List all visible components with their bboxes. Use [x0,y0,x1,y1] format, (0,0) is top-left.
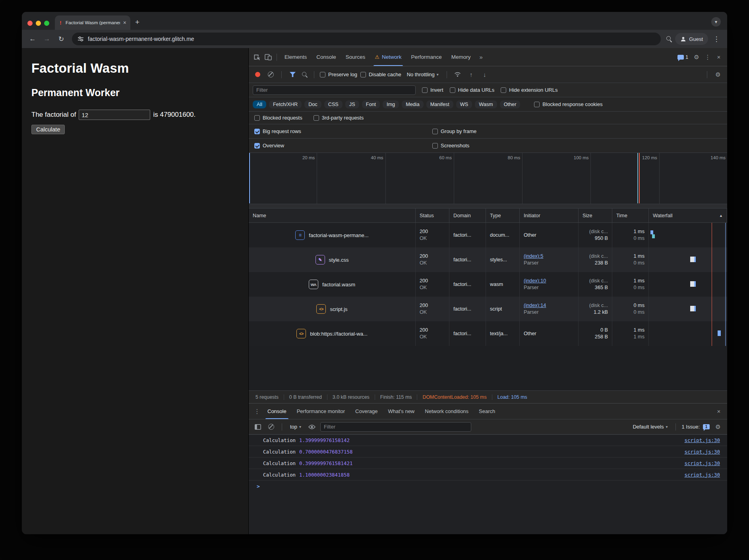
inspect-element-icon[interactable] [252,52,262,62]
filter-chip-font[interactable]: Font [362,100,380,108]
hide-data-urls-checkbox[interactable]: Hide data URLs [450,87,495,93]
source-link[interactable]: script.js:30 [684,472,720,478]
blocked-response-cookies-checkbox[interactable]: Blocked response cookies [534,101,602,107]
filter-chip-all[interactable]: All [253,100,266,108]
blocked-requests-checkbox[interactable]: Blocked requests [254,115,302,121]
table-row[interactable]: ≡ factorial-wasm-permane... 200OK factor… [249,223,727,247]
source-link[interactable]: script.js:30 [684,460,720,466]
devtools-tab-performance[interactable]: Performance [407,48,446,66]
filter-chip-js[interactable]: JS [345,100,359,108]
column-header-waterfall[interactable]: Waterfall ▲ [649,209,727,222]
network-overview-timeline[interactable]: 20 ms 40 ms 60 ms 80 ms 100 ms 120 ms 14… [249,153,727,209]
console-context-select[interactable]: top ▾ [288,423,304,431]
drawer-tab-performance-monitor[interactable]: Performance monitor [292,404,350,419]
issues-label[interactable]: 1 Issue: [681,424,700,430]
drawer-tab-network-conditions[interactable]: Network conditions [420,404,474,419]
preserve-log-checkbox[interactable]: Preserve log [320,71,357,77]
log-levels-select[interactable]: Default levels ▾ [630,423,670,431]
filter-chip-media[interactable]: Media [402,100,424,108]
network-conditions-icon[interactable] [453,70,463,80]
new-tab-button[interactable]: + [130,18,145,30]
issues-bubble-icon[interactable]: 1 [703,424,710,429]
disable-cache-checkbox[interactable]: Disable cache [360,71,401,77]
site-settings-icon[interactable] [77,36,84,42]
browser-menu-icon[interactable]: ⋮ [710,33,722,45]
console-settings-icon[interactable]: ⚙ [713,422,723,432]
column-header-status[interactable]: Status [416,209,449,222]
devtools-tab-memory[interactable]: Memory [447,48,475,66]
forward-button[interactable]: → [41,33,53,45]
filter-chip-img[interactable]: Img [383,100,399,108]
network-settings-icon[interactable]: ⚙ [713,70,723,80]
column-header-name[interactable]: Name [249,209,416,222]
timeline-scrollbar[interactable] [249,204,727,208]
devtools-close-icon[interactable]: × [714,52,724,62]
clear-console-icon[interactable] [268,424,274,430]
import-har-icon[interactable]: ↑ [466,70,476,80]
devtools-tab-network[interactable]: ⚠ Network [370,48,406,66]
profile-button[interactable]: Guest [675,33,708,45]
filter-chip-css[interactable]: CSS [324,100,343,108]
source-link[interactable]: script.js:30 [684,449,720,455]
table-row[interactable]: <> script.js 200OK factori... script (in… [249,297,727,321]
table-row[interactable]: WA factorial.wasm 200OK factori... wasm … [249,272,727,297]
tab-close-icon[interactable]: × [122,19,127,26]
devtools-settings-icon[interactable]: ⚙ [691,52,702,62]
devtools-tab-console[interactable]: Console [312,48,341,66]
third-party-requests-checkbox[interactable]: 3rd-party requests [314,115,364,121]
issues-counter-button[interactable]: 1 [675,54,691,60]
record-network-log-button[interactable] [255,72,260,77]
filter-chip-wasm[interactable]: Wasm [475,100,497,108]
address-bar[interactable]: factorial-wasm-permanent-worker.glitch.m… [72,33,661,45]
column-header-domain[interactable]: Domain [449,209,486,222]
source-link[interactable]: script.js:30 [684,437,720,443]
filter-icon[interactable] [290,72,296,77]
reload-button[interactable]: ↻ [55,33,67,45]
devtools-tab-sources[interactable]: Sources [341,48,370,66]
devtools-tab-elements[interactable]: Elements [280,48,311,66]
initiator-link[interactable]: (index):14 [524,302,574,309]
big-request-rows-checkbox[interactable]: Big request rows [254,128,432,134]
initiator-link[interactable]: (index):5 [524,253,574,260]
drawer-close-icon[interactable]: × [714,406,724,417]
column-header-time[interactable]: Time [612,209,649,222]
search-icon[interactable] [666,35,673,42]
drawer-tab-console[interactable]: Console [262,404,292,419]
back-button[interactable]: ← [27,33,39,45]
hide-extension-urls-checkbox[interactable]: Hide extension URLs [501,87,557,93]
table-row[interactable]: ✎ style.css 200OK factori... styles... (… [249,247,727,272]
initiator-link[interactable]: (index):10 [524,278,574,284]
console-message[interactable]: Calculation 1.399999976158142 script.js:… [249,434,727,446]
overview-checkbox[interactable]: Overview [254,143,432,149]
column-header-initiator[interactable]: Initiator [520,209,579,222]
eye-icon[interactable] [307,422,317,432]
network-search-icon[interactable] [301,71,308,78]
factorial-input[interactable] [79,110,150,120]
console-sidebar-icon[interactable] [253,422,263,432]
column-header-type[interactable]: Type [486,209,520,222]
filter-chip-ws[interactable]: WS [456,100,472,108]
calculate-button[interactable]: Calculate [31,125,65,134]
console-message[interactable]: Calculation 1.100000023841858 script.js:… [249,469,727,481]
drawer-tab-search[interactable]: Search [474,404,500,419]
browser-tab[interactable]: ! Factorial Wasm (permanent W × [55,15,130,30]
invert-checkbox[interactable]: Invert [422,87,443,93]
fullscreen-window-button[interactable] [44,21,49,26]
filter-chip-fetch-xhr[interactable]: Fetch/XHR [269,100,302,108]
throttling-select[interactable]: No throttling ▾ [404,71,441,78]
clear-network-log-icon[interactable] [268,71,274,77]
console-prompt[interactable]: > [249,481,727,492]
network-filter-input[interactable] [253,85,416,95]
screenshots-checkbox[interactable]: Screenshots [432,143,469,149]
drawer-tab-coverage[interactable]: Coverage [350,404,383,419]
console-message[interactable]: Calculation 0.3999999761581421 script.js… [249,458,727,469]
tab-search-icon[interactable]: ▾ [711,17,721,27]
close-window-button[interactable] [27,21,33,26]
group-by-frame-checkbox[interactable]: Group by frame [432,128,476,134]
filter-chip-doc[interactable]: Doc [304,100,321,108]
more-tabs-icon[interactable]: » [476,52,486,62]
drawer-menu-icon[interactable]: ⋮ [252,406,262,417]
device-toolbar-icon[interactable] [263,52,273,62]
export-har-icon[interactable]: ↓ [480,70,490,80]
table-row[interactable]: <> blob:https://factorial-wa... 200OK fa… [249,321,727,346]
